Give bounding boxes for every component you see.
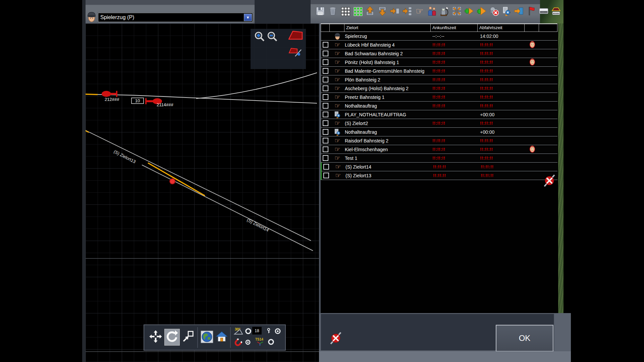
angle-snap-label: 30° — [235, 327, 240, 331]
cancel-signal-icon[interactable] — [543, 173, 556, 189]
face-marker-icon[interactable] — [529, 58, 535, 67]
pointer-hand-icon[interactable]: ☞ — [415, 6, 425, 16]
row-checkbox[interactable] — [323, 138, 328, 143]
chevron-down-icon[interactable]: ▼ — [244, 14, 252, 21]
route-label-zielort14: (S) Zielort14 — [246, 217, 270, 233]
route-highlight-segment — [148, 163, 205, 196]
row-checkbox[interactable] — [323, 51, 328, 56]
add-waypoint-icon[interactable] — [464, 6, 474, 16]
table-row[interactable]: ☞Test 1!!:!!:!!!!:!!:!! — [321, 154, 557, 163]
table-row[interactable]: ☞Bad Schwartau Bahnsteig 2!!:!!:!!!!:!!:… — [321, 49, 557, 58]
row-checkbox[interactable] — [323, 103, 328, 109]
row-checkbox[interactable] — [323, 164, 329, 170]
depot-icon[interactable] — [551, 6, 561, 16]
row-checkbox[interactable] — [323, 173, 329, 178]
passengers-icon[interactable] — [427, 6, 437, 16]
table-row[interactable]: ☞Pönitz (Holst) Bahnsteig 1!!:!!:!!!!:!!… — [321, 58, 557, 67]
footer-inset: OK — [321, 314, 554, 351]
row-checkbox[interactable] — [323, 42, 328, 48]
rotate-icon[interactable] — [164, 329, 180, 346]
departure-time: +00:00 — [478, 112, 525, 117]
row-checkbox-cell — [321, 138, 330, 143]
row-checkbox[interactable] — [323, 146, 328, 152]
table-row[interactable]: ☞Preetz Bahnsteig 1!!:!!:!!!!:!!:!! — [321, 93, 557, 102]
departure-time: !!:!!:!! — [478, 51, 525, 56]
row-checkbox-cell — [321, 42, 330, 48]
pointer-hand-icon: ☞ — [330, 103, 345, 109]
row-checkbox[interactable] — [323, 59, 328, 65]
pointer-hand-icon: ☞ — [330, 85, 345, 92]
table-row[interactable]: ☞Raisdorf Bahnsteig 2!!:!!:!!!!:!!:!! — [321, 136, 557, 145]
row-checkbox[interactable] — [323, 94, 328, 100]
table-row[interactable]: Spielerzug--:--:--14:02:00 — [321, 32, 557, 41]
table-row[interactable]: Nothalteauftrag+00:00 — [321, 128, 557, 136]
departure-time: !!:!!:!! — [478, 60, 525, 65]
departure-time: !!:!!:!! — [478, 86, 525, 91]
train-label-2114: 2114### — [157, 102, 173, 107]
flag-icon[interactable] — [526, 6, 536, 16]
table-row[interactable]: ☞Bad Malente-Gremsmühlen Bahnsteig!!:!!:… — [321, 67, 557, 75]
table-row[interactable]: ☞Ascheberg (Holst) Bahnsteig 2!!:!!:!!!!… — [321, 84, 557, 93]
column-header-5 — [525, 24, 539, 32]
table-row[interactable]: ☞Lübeck Hbf Bahnsteig 4!!:!!:!!!!:!!:!! — [321, 41, 557, 49]
save-icon[interactable] — [315, 6, 325, 16]
row-checkbox[interactable] — [323, 155, 328, 161]
enter-vehicle-icon[interactable] — [514, 6, 524, 16]
pointer-hand-icon: ☞ — [330, 137, 345, 144]
row-checkbox[interactable] — [323, 68, 328, 74]
marker-cell — [525, 145, 539, 154]
train-position-dot[interactable] — [170, 179, 175, 184]
arrival-time: !!:!!:!! — [431, 121, 478, 126]
row-checkbox[interactable] — [323, 77, 328, 82]
face-marker-icon[interactable] — [529, 145, 535, 154]
ok-button[interactable]: OK — [496, 325, 553, 352]
refuel-icon[interactable] — [439, 6, 449, 16]
departure-time: +00:00 — [478, 129, 525, 135]
table-row[interactable]: PLAY_NOTHALTEAUFTRAG+00:00 — [321, 110, 557, 119]
table-header: ZielortAnkunftszeitAbfahrtszeit — [321, 23, 557, 32]
scenery-background-strip — [558, 23, 564, 313]
delete-icon[interactable] — [328, 6, 338, 16]
pointer-hand-icon: ☞ — [330, 50, 345, 57]
move-down-icon[interactable] — [377, 6, 387, 16]
train-symbol-212[interactable] — [102, 91, 117, 97]
row-checkbox-cell — [321, 85, 330, 91]
script-icon[interactable] — [501, 6, 512, 16]
cancel-signal-icon[interactable] — [329, 330, 342, 347]
arrival-time: !!:!!:!! — [431, 103, 478, 108]
pointer-hand-icon: ☞ — [331, 172, 345, 179]
arrival-time: !!:!!:!! — [431, 77, 478, 82]
track-diagonal-zielort14 — [142, 165, 313, 251]
track-main-line — [86, 94, 317, 103]
footer-panel: OK — [319, 313, 571, 362]
row-checkbox[interactable] — [323, 85, 328, 91]
table-row[interactable]: ☞(S) Zielort2!!:!!:!!!!:!!:!! — [321, 119, 557, 128]
destination-name: (S) Zielort13 — [345, 173, 432, 178]
table-row[interactable]: ☞Nothalteauftrag!!:!!:!!!!:!!:!! — [321, 102, 557, 110]
row-checkbox[interactable] — [323, 120, 328, 126]
add-waypoint-alt-icon[interactable] — [477, 6, 487, 16]
move-up-icon[interactable] — [365, 6, 375, 16]
grid-green-icon[interactable] — [353, 6, 363, 16]
train-select-dropdown[interactable]: Spielerzug (P) ▼ — [98, 13, 253, 22]
pointer-hand-icon: ☞ — [330, 42, 345, 48]
pointer-hand-icon: ☞ — [330, 146, 345, 153]
arrival-time: !!:!!:!! — [431, 68, 478, 73]
insert-column-icon[interactable] — [390, 6, 400, 16]
destination-name: Bad Schwartau Bahnsteig 2 — [345, 51, 431, 56]
keyboard-icon[interactable] — [539, 6, 549, 16]
cancel-route-icon[interactable] — [489, 6, 499, 16]
face-marker-icon[interactable] — [529, 40, 535, 50]
grid-white-icon[interactable] — [340, 6, 350, 16]
track-map[interactable]: 10 212### 2114### (S) Zielort13 (S) Ziel… — [86, 23, 319, 362]
row-checkbox[interactable] — [323, 129, 328, 135]
table-row[interactable]: ☞Kiel-Elmschenhagen!!:!!:!!!!:!!:!! — [321, 145, 557, 154]
table-row[interactable]: ☞(S) Zielort14!!:!!:!!!!:!!:!! — [321, 163, 557, 171]
collapse-arrows-icon[interactable] — [452, 6, 462, 16]
arrival-time: !!:!!:!! — [431, 138, 478, 143]
table-row[interactable]: ☞Plön Bahnsteig 2!!:!!:!!!!:!!:!! — [321, 75, 557, 84]
table-row[interactable]: ☞(S) Zielort13!!:!!:!!!!:!!:!! — [321, 171, 557, 180]
grid-size-value[interactable]: 18 — [252, 327, 262, 335]
insert-rows-icon[interactable] — [402, 6, 412, 16]
row-checkbox[interactable] — [323, 112, 328, 117]
